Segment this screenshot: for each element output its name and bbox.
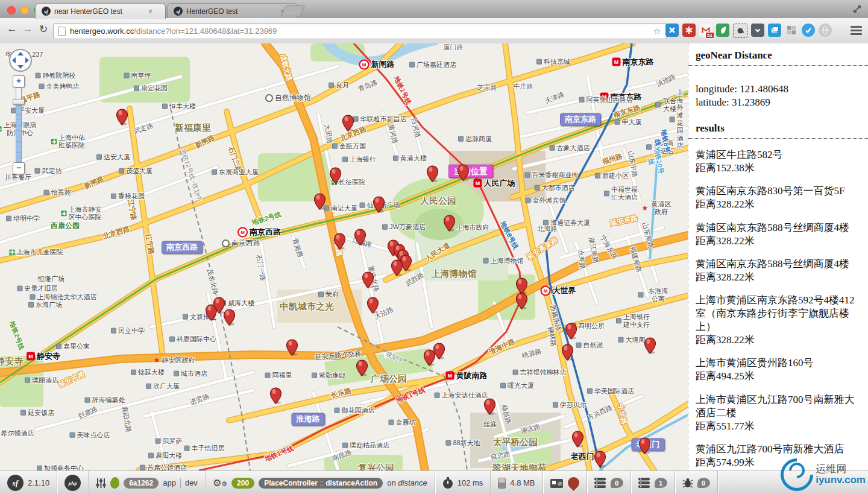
security-segment[interactable]: @ xyxy=(543,471,587,494)
xmarks-icon[interactable] xyxy=(665,24,679,37)
map-marker[interactable] xyxy=(644,337,656,354)
symfony-version-segment[interactable]: sf 2.1.10 xyxy=(0,471,57,494)
building-icon xyxy=(615,119,620,124)
map-marker[interactable] xyxy=(638,437,651,454)
metro-station-label[interactable]: M南京东路 xyxy=(612,58,654,67)
bookmark-star-icon[interactable]: ☆ xyxy=(653,26,661,37)
leaf-notes-icon[interactable] xyxy=(716,24,729,37)
map-marker[interactable] xyxy=(269,387,282,404)
zoom-in-button[interactable]: + xyxy=(13,75,25,87)
map-poi-label: 华美国际酒店 xyxy=(587,387,634,395)
map-marker[interactable] xyxy=(366,297,379,314)
map-marker[interactable] xyxy=(362,271,374,288)
map-marker[interactable] xyxy=(223,309,236,326)
map-marker[interactable] xyxy=(426,165,439,182)
map-marker[interactable] xyxy=(313,193,326,210)
metro-station-label[interactable]: M大世界 xyxy=(541,286,576,296)
browser-tab[interactable]: sfnear HenterGEO test× xyxy=(35,3,166,19)
map-canvas[interactable]: 华联 NO.237静教院附校全美烤鸭店南草坪康定花园恒丰大楼昌平路平安大厦上海市… xyxy=(0,43,688,470)
map-marker[interactable] xyxy=(342,115,354,131)
zoom-out-button[interactable]: − xyxy=(13,162,25,174)
building-icon xyxy=(332,143,338,148)
map-marker[interactable] xyxy=(356,359,368,376)
menu-icon[interactable] xyxy=(851,26,862,37)
tab-close-icon[interactable]: × xyxy=(148,7,153,16)
tab-title: HenterGEO test xyxy=(186,7,277,16)
gmail-icon[interactable]: 51 xyxy=(699,24,712,37)
building-icon xyxy=(265,372,271,378)
map-poi-label: 城市酒店 xyxy=(174,370,207,378)
exceptions-segment[interactable]: 0 xyxy=(675,471,717,494)
map-marker[interactable] xyxy=(565,323,577,340)
metro-station-label[interactable]: M新闸路 xyxy=(359,60,395,70)
config-segment[interactable]: 6a1262 app dev xyxy=(89,471,205,494)
metro-station-label[interactable]: M静安寺 xyxy=(27,352,60,361)
db-segment-2[interactable]: 1 xyxy=(631,471,675,494)
database-icon xyxy=(638,478,650,489)
map-marker[interactable] xyxy=(483,398,496,415)
map-poi-label: 大境阁 xyxy=(618,336,646,344)
map-station-label: 南京西路 xyxy=(222,239,260,248)
map-marker[interactable] xyxy=(561,344,574,361)
map-marker[interactable] xyxy=(373,196,385,213)
map-marker[interactable] xyxy=(333,233,346,250)
map-zoom-control[interactable]: + − xyxy=(13,75,25,174)
forward-button[interactable]: → xyxy=(20,23,35,35)
metro-station-label[interactable]: M黄陂南路 xyxy=(446,372,488,381)
env-label: app xyxy=(163,478,176,487)
map-area-label: 广场公园 xyxy=(371,373,407,384)
map-marker[interactable] xyxy=(457,164,470,181)
photos-icon[interactable] xyxy=(768,24,781,37)
map-marker[interactable] xyxy=(443,215,456,232)
building-icon xyxy=(146,383,151,388)
tab-strip: sfnear HenterGEO test×sfHenterGEO test× xyxy=(0,0,868,19)
map-marker[interactable] xyxy=(594,451,606,467)
result-address: 上海市黄浦区贵州路160号 xyxy=(696,356,862,370)
map-marker[interactable] xyxy=(391,259,403,276)
fullscreen-icon[interactable] xyxy=(852,4,862,16)
request-time: 102 ms xyxy=(458,478,483,487)
timer-segment[interactable]: 102 ms xyxy=(435,471,491,494)
check-bubble-icon[interactable] xyxy=(802,24,815,37)
back-button[interactable]: ← xyxy=(5,23,19,35)
new-tab-button[interactable] xyxy=(281,5,305,16)
map-poi-label: 茂盛大厦 xyxy=(119,167,153,175)
map-marker[interactable] xyxy=(329,167,342,184)
map-marker[interactable] xyxy=(515,277,528,294)
symfony-logo-icon: sf xyxy=(7,475,24,491)
zoom-slider-handle[interactable] xyxy=(13,99,25,105)
metro-station-label[interactable]: M南京西路 xyxy=(237,227,281,238)
reload-button[interactable]: ↻ xyxy=(36,23,51,36)
map-marker[interactable] xyxy=(116,109,128,125)
building-icon xyxy=(535,185,540,190)
metro-station-label[interactable]: M人民广场 xyxy=(474,179,515,188)
map-marker[interactable] xyxy=(515,293,528,309)
map-marker[interactable] xyxy=(433,343,445,359)
db-segment-1[interactable]: 0 xyxy=(587,471,631,494)
map-marker[interactable] xyxy=(286,339,298,356)
map-marker[interactable] xyxy=(571,431,584,448)
php-config-segment[interactable]: php xyxy=(57,471,88,494)
browser-tab[interactable]: sfHenterGEO test× xyxy=(167,3,298,19)
zoom-slider[interactable] xyxy=(16,87,22,162)
address-bar[interactable]: hentergeo.work.cc/distance?lon=121.48064… xyxy=(53,23,667,39)
result-address: 黄浦区九江路700号南新雅大酒店 xyxy=(696,443,862,456)
lastpass-icon[interactable] xyxy=(682,24,696,37)
pocket-icon[interactable] xyxy=(751,24,764,37)
map-poi-label: 贝罗萨 xyxy=(156,437,183,445)
close-window-button[interactable] xyxy=(7,6,16,14)
apps-grid-icon[interactable] xyxy=(785,24,798,37)
page-icon xyxy=(58,27,66,36)
globe-icon[interactable] xyxy=(819,24,832,37)
result-distance: 距离494.25米 xyxy=(696,370,862,383)
memory-segment[interactable]: 4.8 MB xyxy=(491,471,542,494)
request-segment[interactable]: ⚙⚙ 200 PlaceController :: distanceAction… xyxy=(206,471,435,494)
evernote-clipper-icon[interactable] xyxy=(733,24,747,38)
status-code-badge: 200 xyxy=(231,478,254,489)
metro-logo-icon: M xyxy=(237,227,248,238)
minimize-window-button[interactable] xyxy=(20,6,29,14)
map-pan-control[interactable] xyxy=(8,48,33,75)
building-icon xyxy=(670,117,675,122)
map-marker[interactable] xyxy=(354,229,366,245)
building-icon xyxy=(184,445,190,451)
